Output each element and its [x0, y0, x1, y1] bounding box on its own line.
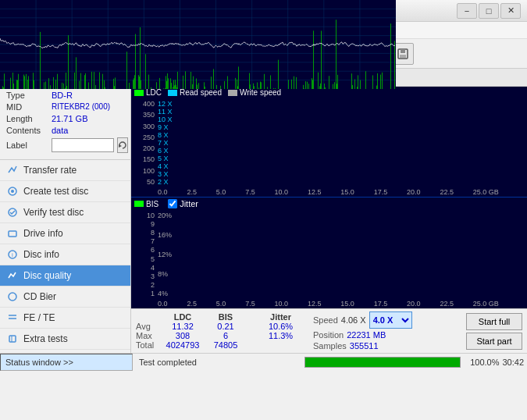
position-key: Position — [313, 330, 344, 340]
y-label-350: 350 — [133, 111, 155, 119]
label-refresh-button[interactable] — [117, 137, 128, 153]
legend-writespeed-label: Write speed — [240, 88, 281, 97]
top-y-axis-right: 12 X 11 X 10 X 9 X 8 X 7 X 6 X 5 X 4 X 3… — [156, 98, 180, 187]
label-input[interactable] — [52, 138, 114, 152]
nav-label-verify-test-disc: Verify test disc — [23, 207, 84, 218]
legend-ldc: LDC — [134, 88, 162, 97]
fe-te-icon — [6, 311, 19, 324]
legend-readspeed-label: Read speed — [180, 88, 222, 97]
close-button[interactable]: ✕ — [500, 3, 521, 19]
svg-rect-18 — [9, 231, 16, 237]
sidebar-item-disc-quality[interactable]: Disc quality — [0, 265, 130, 287]
x-label-2.5: 2.5 — [187, 188, 197, 196]
top-x-axis: 0.0 2.5 5.0 7.5 10.0 12.5 15.0 17.5 20.0… — [131, 187, 527, 198]
legend-bis: BIS — [134, 200, 158, 208]
total-label: Total — [136, 340, 159, 350]
stats-total-row: Total 4024793 74805 — [136, 340, 302, 350]
window-controls: − □ ✕ — [457, 3, 521, 19]
sidebar-item-fe-te[interactable]: FE / TE — [0, 308, 130, 329]
bottom-y-axis-left: 10 9 8 7 6 5 4 3 2 1 — [131, 210, 156, 299]
disc-quality-icon — [6, 269, 19, 282]
nav-label-fe-te: FE / TE — [23, 312, 55, 323]
disc-contents-row: Contents data — [6, 126, 124, 135]
speed-select-stats[interactable]: 4.0 X — [369, 311, 412, 329]
x-label-7.5: 7.5 — [245, 188, 255, 196]
speed-position-info: Speed 4.06 X 4.0 X Position 22231 MB Sam… — [313, 311, 412, 351]
minimize-button[interactable]: − — [457, 3, 477, 19]
sidebar-item-create-test-disc[interactable]: Create test disc — [0, 181, 130, 202]
bottom-x-axis: 0.0 2.5 5.0 7.5 10.0 12.5 15.0 17.5 20.0… — [131, 299, 527, 308]
max-label: Max — [136, 331, 159, 340]
sidebar-item-cd-bier[interactable]: CD Bier — [0, 287, 130, 308]
sidebar-item-transfer-rate[interactable]: Transfer rate — [0, 160, 130, 181]
sidebar-item-extra-tests[interactable]: Extra tests — [0, 329, 130, 350]
drive-info-icon — [6, 227, 19, 240]
speed-current-val: 4.06 X — [341, 315, 366, 325]
y-label-250: 250 — [133, 133, 155, 141]
disc-mid-row: MID RITEKBR2 (000) — [6, 102, 124, 112]
y-label-150: 150 — [133, 155, 155, 163]
jitter-checkbox[interactable] — [168, 199, 177, 208]
position-info-row: Position 22231 MB — [313, 330, 412, 340]
y-label-300: 300 — [133, 123, 155, 130]
sidebar-item-drive-info[interactable]: Drive info — [0, 223, 130, 244]
samples-key: Samples — [313, 341, 347, 351]
disc-type-row: Type BD-R — [6, 91, 124, 100]
svg-marker-14 — [119, 144, 122, 148]
top-y-axis-left: 400 350 300 250 200 150 100 50 — [131, 98, 156, 187]
legend-readspeed: Read speed — [168, 88, 222, 97]
maximize-button[interactable]: □ — [479, 3, 499, 19]
status-message: Test completed — [133, 358, 301, 367]
y-label-50: 50 — [133, 178, 155, 186]
start-full-button[interactable]: Start full — [466, 313, 522, 330]
extra-tests-icon — [6, 333, 19, 345]
content-area: Disc Type BD-R MID RITEKBR2 (000) Length… — [0, 69, 527, 353]
status-window-button[interactable]: Status window >> — [0, 354, 133, 371]
disc-length-value: 21.71 GB — [52, 114, 87, 123]
action-buttons: Start full Start part — [466, 313, 522, 350]
chart-panel: Disc quality LDC Read speed Write speed — [131, 69, 527, 353]
nav-label-disc-quality: Disc quality — [23, 270, 71, 281]
avg-jitter: 10.6% — [259, 322, 302, 331]
sidebar-item-verify-test-disc[interactable]: Verify test disc — [0, 202, 130, 223]
max-bis: 6 — [206, 331, 245, 340]
col-jitter: Jitter — [259, 312, 302, 322]
total-bis: 74805 — [206, 340, 245, 350]
progress-bar-fill — [305, 358, 460, 367]
x-label-17.5: 17.5 — [374, 188, 388, 196]
bis-color — [134, 201, 144, 207]
writespeed-color — [228, 90, 237, 96]
x-label-20: 20.0 — [407, 188, 421, 196]
y-label-100: 100 — [133, 167, 155, 175]
avg-label: Avg — [136, 322, 159, 331]
x-label-12.5: 12.5 — [308, 188, 322, 196]
legend-bis-label: BIS — [146, 200, 158, 208]
readspeed-color — [168, 90, 177, 96]
sidebar-item-disc-info[interactable]: i Disc info — [0, 244, 130, 265]
legend-ldc-label: LDC — [146, 88, 162, 97]
nav-label-create-test-disc: Create test disc — [23, 186, 88, 197]
nav-label-transfer-rate: Transfer rate — [23, 165, 77, 176]
speed-info-row: Speed 4.06 X 4.0 X — [313, 311, 412, 329]
samples-val: 355511 — [350, 341, 379, 351]
bottom-y-axis-right: 20% 16% 12% 8% 4% — [156, 210, 180, 299]
max-ldc: 308 — [159, 331, 206, 340]
jitter-label: Jitter — [180, 199, 198, 208]
stats-row: LDC BIS Jitter Avg 11.32 0.21 10.6% — [131, 308, 527, 353]
stats-table: LDC BIS Jitter Avg 11.32 0.21 10.6% — [136, 312, 302, 350]
start-part-button[interactable]: Start part — [466, 333, 522, 350]
transfer-rate-icon — [6, 164, 19, 176]
sidebar: Disc Type BD-R MID RITEKBR2 (000) Length… — [0, 69, 131, 353]
y-label-400: 400 — [133, 100, 155, 108]
x-label-10: 10.0 — [275, 188, 289, 196]
jitter-checkbox-label[interactable]: Jitter — [168, 199, 198, 208]
nav-label-drive-info: Drive info — [23, 228, 63, 239]
x-label-22.5: 22.5 — [440, 188, 454, 196]
position-val: 22231 MB — [347, 330, 386, 340]
top-chart-row: 400 350 300 250 200 150 100 50 12 X 11 X… — [131, 98, 527, 187]
svg-point-21 — [9, 293, 16, 301]
bottom-chart-canvas — [131, 87, 396, 89]
sidebar-nav: Transfer rate Create test disc Verify te… — [0, 160, 130, 350]
disc-label-row: Label — [6, 137, 124, 153]
svg-text:i: i — [12, 251, 13, 258]
